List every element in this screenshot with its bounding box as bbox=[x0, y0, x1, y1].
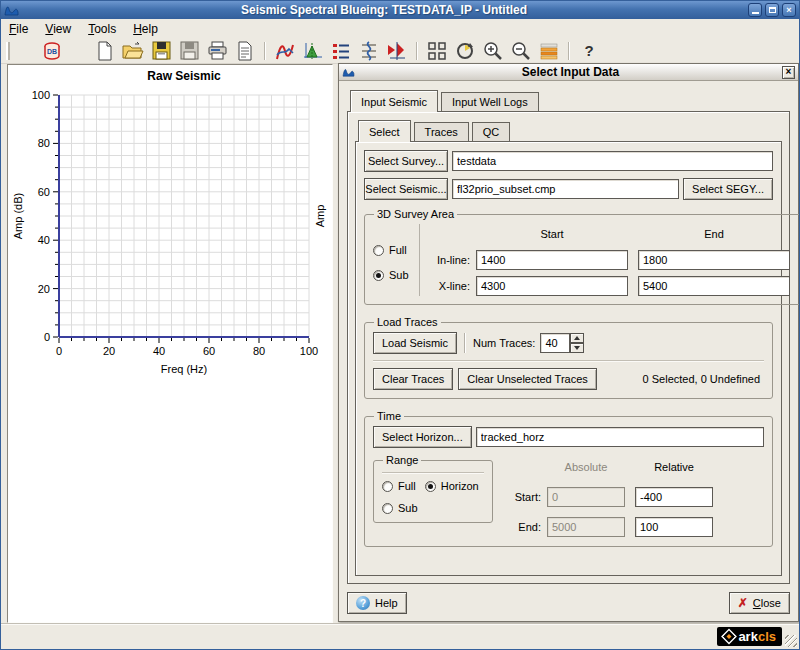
select-input-dialog: Select Input Data × Input Seismic Input … bbox=[338, 63, 799, 622]
svg-text:60: 60 bbox=[203, 345, 215, 357]
database-icon[interactable]: DB bbox=[39, 39, 65, 63]
survey-name-input[interactable] bbox=[452, 151, 773, 171]
inline-label: In-line: bbox=[428, 254, 476, 266]
svg-text:80: 80 bbox=[38, 137, 50, 149]
svg-text:20: 20 bbox=[103, 345, 115, 357]
window-close-button[interactable]: × bbox=[782, 3, 796, 17]
help-button[interactable]: ? Help bbox=[347, 592, 407, 614]
svg-text:0: 0 bbox=[56, 345, 62, 357]
time-start-label: Start: bbox=[507, 491, 547, 503]
horizon-name-input[interactable] bbox=[476, 427, 764, 447]
arkcls-diamond-icon bbox=[720, 628, 738, 645]
survey-full-radio[interactable]: Full bbox=[373, 244, 419, 256]
wiggle-trace-icon[interactable] bbox=[356, 39, 382, 63]
parameter-list-icon[interactable] bbox=[328, 39, 354, 63]
app-icon bbox=[4, 4, 19, 16]
end-header: End bbox=[638, 228, 790, 240]
wavelet-chart-icon[interactable] bbox=[300, 39, 326, 63]
tab-input-well-logs[interactable]: Input Well Logs bbox=[441, 92, 539, 111]
clear-traces-button[interactable]: Clear Traces bbox=[373, 368, 453, 390]
toolbar: DB bbox=[1, 38, 799, 64]
divider bbox=[464, 333, 466, 353]
spin-down-button[interactable] bbox=[570, 343, 584, 353]
save-all-icon[interactable] bbox=[176, 39, 202, 63]
resize-grip[interactable] bbox=[785, 635, 797, 647]
tab-traces[interactable]: Traces bbox=[414, 122, 469, 141]
seismic-file-input[interactable] bbox=[452, 179, 679, 199]
radio-circle-icon bbox=[382, 481, 393, 492]
window-titlebar[interactable]: Seismic Spectral Blueing: TESTDATA_IP - … bbox=[1, 1, 799, 19]
tile-windows-icon[interactable] bbox=[424, 39, 450, 63]
print-icon[interactable] bbox=[204, 39, 230, 63]
toolbar-separator bbox=[416, 42, 418, 60]
tab-input-seismic[interactable]: Input Seismic bbox=[350, 90, 438, 112]
toolbar-separator bbox=[568, 42, 570, 60]
survey-area-groupbox: 3D Survey Area Full Sub bbox=[364, 208, 800, 305]
menu-item-help[interactable]: Help bbox=[133, 22, 158, 36]
spectrum-arrows-icon[interactable] bbox=[384, 39, 410, 63]
select-survey-button[interactable]: Select Survey... bbox=[364, 150, 448, 172]
relative-end-input[interactable] bbox=[635, 517, 713, 537]
inline-start-input[interactable] bbox=[476, 250, 628, 270]
zoom-in-icon[interactable] bbox=[480, 39, 506, 63]
menu-item-file[interactable]: File bbox=[9, 22, 28, 36]
spin-up-button[interactable] bbox=[570, 333, 584, 343]
tab-qc[interactable]: QC bbox=[472, 122, 511, 141]
menu-item-view[interactable]: View bbox=[45, 22, 71, 36]
svg-text:60: 60 bbox=[38, 186, 50, 198]
minimize-icon bbox=[752, 12, 759, 14]
dialog-titlebar[interactable]: Select Input Data × bbox=[339, 64, 798, 81]
tab-select[interactable]: Select bbox=[358, 120, 411, 142]
layers-icon[interactable] bbox=[536, 39, 562, 63]
xline-end-input[interactable] bbox=[638, 276, 790, 296]
minimize-button[interactable] bbox=[748, 3, 762, 17]
statusbar: arkcls bbox=[1, 623, 799, 649]
dialog-body: Input Seismic Input Well Logs Select Tra… bbox=[339, 81, 798, 621]
divider bbox=[382, 472, 484, 474]
absolute-end-input bbox=[547, 517, 625, 537]
select-seismic-button[interactable]: Select Seismic... bbox=[364, 178, 448, 200]
help-circle-icon: ? bbox=[356, 596, 370, 610]
radio-circle-icon bbox=[373, 245, 384, 256]
num-traces-label: Num Traces: bbox=[473, 337, 535, 349]
traces-status-text: 0 Selected, 0 Undefined bbox=[643, 373, 764, 385]
open-folder-icon[interactable] bbox=[120, 39, 146, 63]
range-horizon-radio[interactable]: Horizon bbox=[425, 480, 479, 492]
app-window: Seismic Spectral Blueing: TESTDATA_IP - … bbox=[0, 0, 800, 650]
num-traces-input[interactable] bbox=[540, 333, 570, 353]
range-title: Range bbox=[383, 454, 421, 466]
refresh-icon[interactable] bbox=[452, 39, 478, 63]
toolbar-grip[interactable] bbox=[6, 42, 10, 60]
close-x-icon: ✗ bbox=[738, 596, 748, 610]
dialog-close-button[interactable]: × bbox=[782, 66, 795, 79]
select-segy-button[interactable]: Select SEGY... bbox=[683, 178, 773, 200]
select-horizon-button[interactable]: Select Horizon... bbox=[373, 426, 472, 448]
help-icon[interactable]: ? bbox=[576, 39, 602, 63]
spectrum-chart-icon[interactable] bbox=[272, 39, 298, 63]
arkcls-logo: arkcls bbox=[717, 627, 782, 646]
range-full-radio[interactable]: Full bbox=[382, 480, 416, 492]
range-sub-radio[interactable]: Sub bbox=[382, 502, 484, 514]
clear-unselected-traces-button[interactable]: Clear Unselected Traces bbox=[458, 368, 596, 390]
load-seismic-button[interactable]: Load Seismic bbox=[373, 332, 457, 354]
inline-end-input[interactable] bbox=[638, 250, 790, 270]
svg-text:Amp: Amp bbox=[314, 205, 326, 228]
zoom-out-icon[interactable] bbox=[508, 39, 534, 63]
close-button[interactable]: ✗ Close bbox=[729, 592, 790, 614]
radio-circle-icon bbox=[373, 270, 384, 281]
dialog-icon bbox=[342, 67, 355, 77]
svg-text:80: 80 bbox=[253, 345, 265, 357]
load-traces-groupbox: Load Traces Load Seismic Num Traces: bbox=[364, 316, 773, 399]
absolute-header: Absolute bbox=[547, 461, 625, 473]
svg-text:DB: DB bbox=[47, 48, 57, 55]
svg-text:40: 40 bbox=[38, 234, 50, 246]
new-document-icon[interactable] bbox=[92, 39, 118, 63]
xline-start-input[interactable] bbox=[476, 276, 628, 296]
menu-item-tools[interactable]: Tools bbox=[88, 22, 116, 36]
svg-text:Freq (Hz): Freq (Hz) bbox=[161, 363, 207, 375]
report-icon[interactable] bbox=[232, 39, 258, 63]
save-icon[interactable] bbox=[148, 39, 174, 63]
maximize-button[interactable] bbox=[765, 3, 779, 17]
survey-sub-radio[interactable]: Sub bbox=[373, 269, 419, 281]
relative-start-input[interactable] bbox=[635, 487, 713, 507]
